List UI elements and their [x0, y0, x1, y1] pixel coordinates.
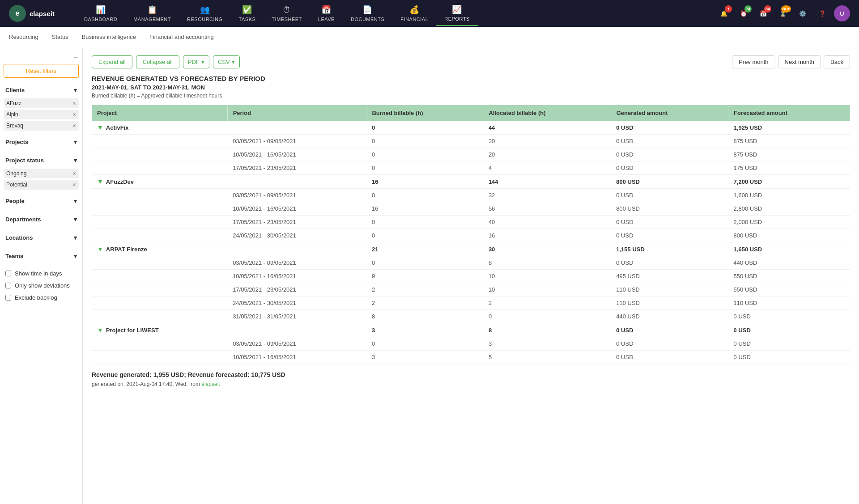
exclude-backlog-checkbox[interactable]: Exclude backlog [4, 292, 79, 304]
teams-filter-header[interactable]: Teams ▾ [4, 249, 79, 263]
hourglass-button[interactable]: ⏳ OUT [775, 5, 791, 21]
logo-icon: e [9, 5, 26, 22]
settings-button[interactable]: ⚙️ [795, 5, 811, 21]
project-expand-icon: ▼ [97, 326, 103, 334]
col-project: Project [92, 105, 227, 121]
project-status-chevron-icon: ▾ [74, 157, 77, 164]
departments-label: Departments [5, 216, 41, 223]
main-layout: ← Reset filters Clients ▾ AFuzz × Alpin … [0, 48, 859, 504]
only-show-deviations-checkbox[interactable]: Only show deviations [4, 280, 79, 292]
show-time-in-days-checkbox[interactable]: Show time in days [4, 267, 79, 280]
collapse-all-button[interactable]: Collapse all [136, 55, 179, 68]
project-name-cell: ▼ AFuzzDev [92, 175, 227, 189]
projects-chevron-icon: ▾ [74, 139, 77, 145]
table-row: 03/05/2021 - 09/05/2021 0 20 0 USD 875 U… [92, 135, 850, 148]
pagination-controls: Prev month Next month Back [732, 55, 850, 68]
col-burned: Burned billable (h) [366, 105, 483, 121]
table-row: 03/05/2021 - 09/05/2021 0 32 0 USD 1,600… [92, 189, 850, 202]
calendar-button[interactable]: 📅 84 [755, 5, 771, 21]
client-tag-brevaq: Brevaq × [4, 121, 79, 131]
departments-filter-header[interactable]: Departments ▾ [4, 212, 79, 226]
people-filter-header[interactable]: People ▾ [4, 194, 79, 208]
remove-ongoing-button[interactable]: × [72, 170, 76, 177]
timesheet-icon: ⏱ [283, 5, 291, 15]
pdf-dropdown-button[interactable]: PDF ▾ [183, 55, 209, 68]
table-row: 17/05/2021 - 23/05/2021 0 4 0 USD 175 US… [92, 161, 850, 175]
logo-area[interactable]: e elapseit [4, 5, 76, 22]
reset-filters-button[interactable]: Reset filters [4, 64, 79, 78]
project-row: ▼ ARPAT Firenze 21 30 1,155 USD 1,650 US… [92, 242, 850, 256]
client-tag-afuzz: AFuzz × [4, 98, 79, 108]
help-button[interactable]: ❓ [814, 5, 830, 21]
sidebar: ← Reset filters Clients ▾ AFuzz × Alpin … [0, 48, 83, 504]
project-expand-icon: ▼ [97, 124, 103, 131]
remove-brevaq-button[interactable]: × [72, 122, 76, 129]
people-label: People [5, 198, 25, 204]
sec-nav-financial[interactable]: Financial and accounting [149, 27, 214, 47]
project-name-text: AFuzzDev [106, 178, 134, 185]
expand-all-button[interactable]: Expand all [92, 55, 132, 68]
col-generated: Generated amount [611, 105, 728, 121]
revenue-table: Project Period Burned billable (h) Alloc… [92, 105, 850, 364]
back-button[interactable]: Back [824, 55, 850, 68]
app-name: elapseit [30, 10, 55, 17]
client-tag-alpin: Alpin × [4, 110, 79, 119]
nav-leave[interactable]: 📅 LEAVE [310, 1, 343, 25]
financial-icon: 💰 [409, 5, 420, 15]
status-tag-potential: Potential × [4, 180, 79, 190]
notifications-button[interactable]: 🔔 1 [716, 5, 732, 21]
show-time-in-days-input[interactable] [5, 271, 11, 276]
locations-filter-section: Locations ▾ [4, 231, 79, 245]
table-row: 31/05/2021 - 31/05/2021 8 0 440 USD 0 US… [92, 310, 850, 323]
nav-reports[interactable]: 📈 REPORTS [436, 1, 477, 26]
locations-filter-header[interactable]: Locations ▾ [4, 231, 79, 245]
nav-items: 📊 DASHBOARD 📋 MANAGEMENT 👥 RESOURCING ✅ … [76, 1, 716, 26]
nav-management[interactable]: 📋 MANAGEMENT [125, 1, 179, 25]
notifications-badge: 1 [725, 5, 732, 13]
table-row: 24/05/2021 - 30/05/2021 0 16 0 USD 800 U… [92, 229, 850, 242]
status-tag-ongoing: Ongoing × [4, 169, 79, 178]
csv-dropdown-button[interactable]: CSV ▾ [213, 55, 240, 68]
nav-tasks[interactable]: ✅ TASKS [231, 1, 264, 25]
tasks-icon: ✅ [242, 5, 252, 15]
table-row: 10/05/2021 - 16/05/2021 9 10 495 USD 550… [92, 270, 850, 283]
management-icon: 📋 [147, 5, 157, 15]
footer-link[interactable]: elapseit [201, 381, 220, 387]
remove-alpin-button[interactable]: × [72, 111, 76, 118]
nav-timesheet[interactable]: ⏱ TIMESHEET [264, 2, 310, 25]
remove-potential-button[interactable]: × [72, 181, 76, 188]
remove-afuzz-button[interactable]: × [72, 100, 76, 107]
nav-financial[interactable]: 💰 FINANCIAL [392, 1, 436, 25]
teams-filter-section: Teams ▾ [4, 249, 79, 263]
locations-chevron-icon: ▾ [74, 234, 77, 241]
collapse-icon: ← [73, 54, 79, 60]
top-navigation: e elapseit 📊 DASHBOARD 📋 MANAGEMENT 👥 RE… [0, 0, 859, 27]
next-month-button[interactable]: Next month [778, 55, 821, 68]
project-name-text: Project for LIWEST [106, 327, 159, 334]
projects-filter-header[interactable]: Projects ▾ [4, 135, 79, 149]
sidebar-collapse-button[interactable]: ← [4, 54, 79, 60]
user-avatar[interactable]: U [834, 5, 850, 21]
table-row: 17/05/2021 - 23/05/2021 0 40 0 USD 2,000… [92, 216, 850, 229]
nav-documents[interactable]: 📄 DOCUMENTS [343, 1, 392, 25]
sec-nav-status[interactable]: Status [52, 27, 68, 47]
locations-label: Locations [5, 234, 33, 241]
col-forecasted: Forecasted amount [728, 105, 850, 121]
nav-dashboard[interactable]: 📊 DASHBOARD [76, 1, 125, 25]
calendar-badge: 84 [764, 5, 771, 13]
sec-nav-resourcing[interactable]: Resourcing [9, 27, 38, 47]
exclude-backlog-input[interactable] [5, 295, 11, 301]
pdf-chevron-icon: ▾ [201, 59, 204, 65]
table-row: 10/05/2021 - 16/05/2021 0 20 0 USD 875 U… [92, 148, 850, 161]
sec-nav-bi[interactable]: Business intelligence [82, 27, 136, 47]
clients-filter-section: Clients ▾ AFuzz × Alpin × Brevaq × [4, 83, 79, 131]
only-show-deviations-input[interactable] [5, 283, 11, 288]
project-status-filter-header[interactable]: Project status ▾ [4, 153, 79, 167]
clients-filter-header[interactable]: Clients ▾ [4, 83, 79, 97]
prev-month-button[interactable]: Prev month [732, 55, 775, 68]
nav-resourcing[interactable]: 👥 RESOURCING [179, 1, 231, 25]
footer-summary: Revenue generated: 1,955 USD; Revenue fo… [92, 371, 850, 378]
teams-label: Teams [5, 253, 23, 259]
departments-chevron-icon: ▾ [74, 216, 77, 223]
timer-button[interactable]: ⏰ 74 [736, 5, 752, 21]
